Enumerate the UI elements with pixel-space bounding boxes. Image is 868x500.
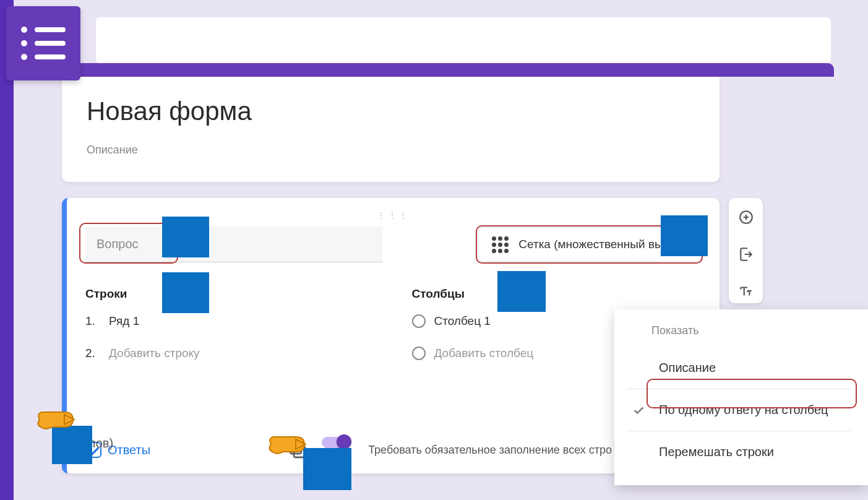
popup-item-description[interactable]: Описание [627,350,851,386]
radio-icon [412,347,426,360]
radio-icon [412,314,426,328]
annotation-box [497,271,546,312]
annotation-box [162,272,209,313]
row-item-1[interactable]: 1. Ряд 1 [85,314,375,328]
question-input[interactable] [85,226,382,262]
annotation-box [661,215,708,256]
form-accent-strip [62,63,834,77]
annotation-box [162,217,209,257]
row-number: 2. [85,347,100,360]
options-popup: Показать Описание По одному ответу на ст… [614,309,868,485]
col-label: Столбец 1 [434,314,491,328]
require-toggle[interactable] [322,437,349,448]
text-icon [738,283,754,300]
top-toolbar-area [96,17,831,63]
popup-item-shuffle[interactable]: Перемешать строки [627,434,851,470]
question-footer: Ответы Требовать обязательное заполнение… [85,439,701,461]
popup-item-label: По одному ответу на столбец [659,403,828,417]
popup-item-label: Перемешать строки [659,445,774,459]
text-button[interactable] [738,283,754,302]
popup-divider [627,431,851,431]
popup-divider [627,389,851,389]
forms-logo [6,6,80,80]
row-number: 1. [85,314,100,328]
import-button[interactable] [738,246,754,265]
hand-pointer-icon [33,401,79,441]
popup-item-label: Описание [659,361,716,375]
rows-column: Строки 1. Ряд 1 2. Добавить строку [85,287,375,379]
row-label: Ряд 1 [109,314,139,328]
cols-header: Столбцы [412,287,702,301]
hand-pointer-icon [265,426,311,465]
popup-item-one-per-col[interactable]: По одному ответу на столбец [627,392,851,428]
grid-icon [492,236,509,253]
form-description[interactable]: Описание [87,144,695,157]
side-toolbar [729,198,763,303]
form-title[interactable]: Новая форма [87,97,695,126]
require-label: Требовать обязательное заполнение всех с… [368,444,612,457]
form-header-card[interactable]: Новая форма Описание [62,77,720,182]
popup-header: Показать [651,324,851,337]
answers-label: Ответы [108,443,150,457]
add-question-button[interactable] [738,209,754,228]
checkmark-icon [629,403,648,417]
add-row-button[interactable]: 2. Добавить строку [85,347,375,360]
add-row-label: Добавить строку [109,347,200,360]
add-circle-icon [738,209,754,225]
rows-header: Строки [85,287,375,301]
import-icon [738,246,754,262]
add-col-label: Добавить столбец [434,347,534,360]
